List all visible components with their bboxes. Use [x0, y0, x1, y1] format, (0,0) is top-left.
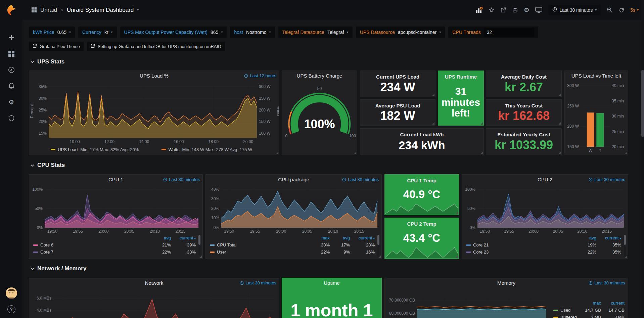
legend-sort-avg[interactable]: avg — [576, 235, 596, 240]
share-icon[interactable] — [500, 7, 506, 13]
svg-text:250 W: 250 W — [567, 104, 579, 108]
time-range-picker[interactable]: Last 30 minutes ▾ — [548, 5, 601, 15]
svg-text:20:00: 20:00 — [528, 229, 539, 234]
refresh-interval-dropdown[interactable]: 5s ▾ — [630, 7, 639, 13]
legend-sort-current[interactable]: current — [601, 301, 625, 306]
panel-header[interactable]: UPS Load vs Time left — [565, 71, 628, 81]
variable-telegraf-datasource[interactable]: Telegraf DatasourceTelegraf▾ — [278, 27, 353, 38]
section-title: CPU Stats — [37, 162, 65, 169]
section-title: UPS Stats — [37, 58, 64, 65]
save-icon[interactable] — [512, 7, 518, 13]
svg-text:6.0 MBs: 6.0 MBs — [37, 296, 51, 301]
page-scrollbar[interactable] — [641, 0, 644, 318]
variable-label: UPS Datasource — [360, 30, 395, 35]
server-admin-shield-icon[interactable] — [7, 114, 16, 123]
template-variables-row: kWh Price0.65▾ Currencykr▾ UPS Max Outpu… — [29, 27, 538, 38]
variable-host[interactable]: hostNostromo▾ — [230, 27, 275, 38]
stat-title[interactable]: Current Load kWh — [360, 132, 484, 137]
svg-text:19:50: 19:50 — [47, 229, 57, 234]
stat-title[interactable]: CPU 1 Temp — [385, 178, 459, 183]
variable-ups-datasource[interactable]: UPS Datasourceapcupsd-container▾ — [356, 27, 445, 38]
svg-text:20:05: 20:05 — [124, 229, 134, 234]
time-range-label: Last 30 minutes — [559, 7, 593, 13]
section-network-memory[interactable]: Network / Memory — [30, 265, 86, 272]
legend-scrollbar[interactable] — [624, 235, 626, 257]
configuration-gear-icon[interactable]: ⚙ — [7, 98, 16, 106]
chevron-down-icon: ▾ — [269, 30, 271, 34]
panel-current-load-kwh: Current Load kWh 234 kWh — [360, 128, 484, 155]
chevron-down-icon[interactable]: ▾ — [137, 8, 139, 12]
star-icon[interactable] — [489, 7, 495, 13]
stat-title[interactable]: Average Daily Cost — [486, 74, 561, 80]
dashboards-icon[interactable] — [7, 49, 16, 58]
legend-sort-current[interactable]: current▾ — [350, 235, 375, 240]
zoom-out-icon[interactable] — [607, 7, 613, 13]
explore-compass-icon[interactable] — [7, 65, 16, 74]
link-grafana-plex-theme[interactable]: Grafana Plex Theme — [29, 42, 84, 51]
legend-sort-avg[interactable]: avg — [330, 235, 350, 240]
stat-title[interactable]: Estimated Yearly Cost — [486, 132, 561, 137]
panel-header[interactable]: Memory Last 30 minutes — [385, 278, 628, 288]
battery-gauge[interactable]: 050100100% — [282, 81, 357, 155]
cpu-package-legend: max avg current▾ CPU Total 38% 17% 28% U… — [206, 234, 381, 259]
section-cpu-stats[interactable]: CPU Stats — [30, 162, 65, 169]
add-panel-icon[interactable] — [476, 7, 483, 13]
legend-sort-current[interactable]: current▾ — [171, 235, 196, 240]
legend-sort-avg[interactable]: avg — [150, 235, 171, 240]
stat-title[interactable]: Current UPS Load — [360, 74, 435, 80]
link-ups-monitoring-guide[interactable]: Setting up Grafana and InfluxDB for UPS … — [87, 42, 225, 51]
legend-scrollbar[interactable] — [377, 235, 379, 257]
breadcrumb[interactable]: Unraid > Unraid System Dashboard ▾ — [31, 7, 139, 13]
variable-kwh-price[interactable]: kWh Price0.65▾ — [29, 27, 75, 38]
clock-icon — [244, 74, 248, 78]
ups-load-chart[interactable]: 15%20%25%30%35%100 W150 W200 W250 W300 W… — [29, 81, 279, 145]
network-chart[interactable]: 2.0 MBs4.0 MBs6.0 MBs19:5019:5520:0020:0… — [29, 288, 279, 318]
panel-header[interactable]: UPS Load % Last 12 hours — [29, 71, 279, 81]
panel-header[interactable]: Uptime — [282, 278, 381, 288]
panel-cpu-package: CPU package Last 30 minutes 0%10%20%30%4… — [205, 174, 382, 259]
panel-header[interactable]: Network Last 30 minutes — [29, 278, 279, 288]
refresh-icon[interactable] — [619, 7, 624, 13]
legend-sort-max[interactable]: max — [310, 235, 330, 240]
help-icon[interactable]: ? — [7, 305, 15, 313]
panel-title: CPU 2 — [538, 177, 552, 182]
panel-header[interactable]: CPU 2 Last 30 minutes — [462, 175, 628, 185]
legend-sort-current[interactable]: current▾ — [596, 235, 621, 240]
breadcrumb-dashboard[interactable]: Unraid System Dashboard — [67, 7, 134, 13]
panel-header[interactable]: CPU package Last 30 minutes — [206, 175, 381, 185]
grafana-logo[interactable] — [5, 4, 17, 17]
legend-item[interactable]: UPS LoadMin: 17% Max: 32% Avg: 20% — [51, 147, 139, 152]
panel-cpu1: CPU 1 Last 30 minutes 0%50%100%19:5019:5… — [29, 174, 203, 259]
svg-text:150 W: 150 W — [567, 144, 579, 149]
dashboard-settings-icon[interactable]: ⚙ — [524, 7, 529, 13]
section-ups-stats[interactable]: UPS Stats — [30, 58, 64, 65]
legend-item[interactable]: WattsMin: 148 W Max: 278 W Avg: 175 W — [162, 147, 252, 152]
panel-memory: Memory Last 30 minutes 50.000000 GB60.00… — [384, 278, 628, 318]
breadcrumb-app[interactable]: Unraid — [40, 7, 57, 13]
svg-text:14:00: 14:00 — [139, 139, 149, 144]
legend-sort-max[interactable]: max — [578, 301, 601, 306]
memory-chart[interactable]: 50.000000 GB60.000000 GB70.000000 GB19:5… — [385, 288, 549, 318]
cpu2-chart[interactable]: 0%50%100%19:5019:5520:0020:0520:1020:15 — [462, 185, 628, 234]
cpu-package-chart[interactable]: 0%10%20%30%40%19:5019:5520:0020:0520:102… — [206, 185, 381, 234]
legend-scrollbar[interactable] — [198, 235, 200, 257]
stat-title[interactable]: Average PSU Load — [360, 103, 435, 108]
variable-cpu-threads[interactable]: CPU Threads32 — [448, 27, 538, 38]
external-link-icon — [91, 44, 95, 49]
ups-load-vs-time-chart[interactable]: 150 W200 W250 W300 W20 min25 min30 min35… — [565, 81, 628, 155]
cpu1-chart[interactable]: 0%50%100%19:5019:5520:0020:0520:1020:15 — [29, 185, 202, 234]
panel-header[interactable]: UPS Battery Charge — [282, 71, 357, 81]
variable-currency[interactable]: Currencykr▾ — [78, 27, 117, 38]
cpu-threads-input[interactable]: 32 — [484, 28, 534, 37]
user-avatar[interactable] — [6, 287, 17, 300]
variable-ups-max-output[interactable]: UPS Max Output Power Capacity (Watt)865▾ — [120, 27, 227, 38]
stat-title[interactable]: This Years Cost — [486, 103, 561, 108]
panel-header[interactable]: CPU 1 Last 30 minutes — [29, 175, 202, 185]
alerting-bell-icon[interactable] — [7, 82, 16, 90]
stat-title[interactable]: CPU 2 Temp — [385, 221, 459, 227]
variable-value: 865 — [211, 30, 218, 35]
cycle-view-tv-icon[interactable] — [535, 7, 542, 13]
stat-title[interactable]: UPS Runtime — [438, 74, 484, 80]
scrollbar-thumb[interactable] — [641, 70, 644, 137]
create-plus-icon[interactable] — [7, 33, 16, 42]
